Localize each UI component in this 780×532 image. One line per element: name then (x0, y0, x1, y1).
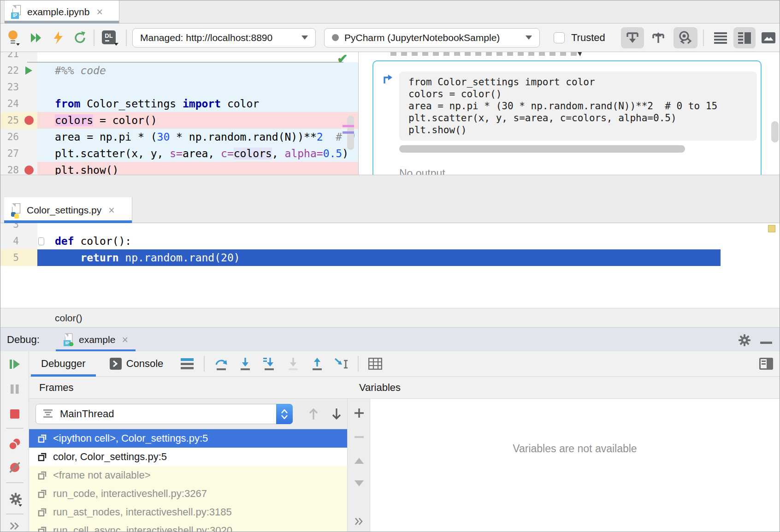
dl-managed-server-icon[interactable]: DL (100, 29, 120, 47)
debug-left-toolbar (0, 351, 29, 532)
remove-watch-icon[interactable] (354, 432, 365, 443)
breadcrumb[interactable]: color() (0, 308, 780, 327)
thread-selector-stepper[interactable] (276, 404, 293, 424)
tab-example-ipynb[interactable]: IP example.ipynb × (4, 0, 119, 24)
inspection-status-square[interactable] (768, 225, 775, 232)
show-execution-point-icon[interactable] (179, 356, 195, 372)
py-editor[interactable]: 34def color():5 return np.random.rand(20… (0, 223, 780, 308)
frame-label: <frame not available> (53, 469, 151, 481)
notebook-preview-pane[interactable]: from Color_settings import colorcolors =… (359, 52, 780, 175)
editor-line-26[interactable]: 26area = np.pi * (30 * np.random.rand(N)… (0, 129, 358, 145)
gutter-line-5[interactable]: 5 (0, 249, 37, 266)
settings-gear-icon[interactable] (8, 492, 21, 505)
rerun-highlighted-icon[interactable] (50, 29, 66, 47)
next-frame-arrow-icon[interactable] (331, 407, 343, 423)
frame-row[interactable]: run_code, interactiveshell.py:3267 (29, 485, 347, 503)
previous-frame-arrow-icon[interactable] (307, 407, 319, 423)
editor-line-27[interactable]: 27plt.scatter(x, y, s=area, c=colors, al… (0, 145, 358, 162)
frame-row[interactable]: <ipython cell>, Color_settings.py:5 (29, 429, 347, 448)
gutter-line-26[interactable]: 26 (0, 129, 37, 145)
pycharm-window: IP example.ipynb × DL Managed: http://lo… (0, 0, 780, 532)
gutter-line-21[interactable]: 21 (0, 52, 37, 62)
frame-row[interactable]: <frame not available> (29, 466, 347, 485)
stack-frame-icon (37, 507, 47, 517)
step-over-icon[interactable] (213, 356, 229, 372)
run-cell-icon[interactable] (25, 66, 32, 75)
stop-icon[interactable] (8, 408, 21, 420)
preview-only-layout-icon[interactable] (757, 27, 780, 48)
split-layout-icon[interactable] (733, 27, 756, 48)
cell-horizontal-scrollbar[interactable] (399, 145, 685, 153)
kernel-dropdown[interactable]: PyCharm (JupyterNotebookSample) (324, 28, 540, 47)
notebook-cell-code[interactable]: from Color_settings import colorcolors =… (399, 71, 757, 141)
fold-marker-icon[interactable] (38, 237, 44, 245)
resume-icon[interactable] (8, 358, 21, 371)
close-tab-icon[interactable]: × (96, 7, 102, 18)
gutter-line-27[interactable]: 27 (0, 145, 37, 162)
gutter-line-22[interactable]: 22 (0, 62, 37, 79)
editor-line-5[interactable]: 5 return np.random.rand(20) (0, 249, 780, 266)
force-step-into-icon[interactable] (261, 356, 277, 372)
restart-kernel-icon[interactable] (72, 29, 88, 47)
move-up-icon[interactable] (354, 455, 365, 467)
more-chevrons-icon[interactable] (8, 521, 21, 532)
gutter-line-25[interactable]: 25 (0, 112, 37, 129)
editor-only-layout-icon[interactable] (709, 27, 732, 48)
breakpoint-icon[interactable] (24, 116, 34, 125)
gutter-line-4[interactable]: 4 (0, 233, 37, 249)
editor-line-28[interactable]: 28plt.show() (0, 162, 358, 175)
step-into-icon[interactable] (237, 356, 253, 372)
layout-settings-icon[interactable] (758, 356, 774, 372)
frame-row[interactable]: run_cell_async, interactiveshell.py:3020 (29, 521, 347, 532)
run-to-cursor-icon[interactable] (333, 356, 349, 372)
gutter-line-24[interactable]: 24 (0, 95, 37, 112)
step-out-block-icon-disabled[interactable] (285, 356, 301, 372)
tab-console[interactable]: Console (98, 351, 176, 377)
minimize-icon[interactable] (760, 338, 772, 346)
run-lightbulb-icon[interactable] (6, 29, 22, 47)
frames-list: <ipython cell>, Color_settings.py:5color… (29, 429, 347, 532)
close-session-icon[interactable]: × (122, 335, 128, 345)
frame-row[interactable]: run_ast_nodes, interactiveshell.py:3185 (29, 503, 347, 521)
close-tab-icon[interactable]: × (108, 205, 114, 216)
frame-row[interactable]: color, Color_settings.py:5 (29, 448, 347, 466)
breakpoint-icon[interactable] (24, 166, 34, 175)
tab-debugger[interactable]: Debugger (29, 351, 98, 377)
step-out-icon[interactable] (309, 356, 325, 372)
gutter-line-23[interactable]: 23 (0, 79, 37, 95)
editor-line-21[interactable]: 21 (0, 52, 358, 62)
notebook-source-editor[interactable]: 2122#%% code2324from Color_settings impo… (0, 52, 359, 175)
scroll-to-source-icon[interactable] (647, 27, 670, 48)
editor-line-22[interactable]: 22#%% code (0, 62, 358, 79)
show-preview-eye-icon[interactable] (674, 27, 697, 48)
code-token: np.random.rand(20) (118, 252, 240, 264)
tab-color-settings-py[interactable]: Color_settings.py × (4, 197, 132, 223)
debug-session-tab[interactable]: IP example × (56, 328, 136, 352)
move-down-icon[interactable] (354, 478, 365, 489)
preview-scrollbar-thumb[interactable] (771, 121, 779, 142)
notebook-selected-cell[interactable]: from Color_settings import colorcolors =… (372, 60, 762, 175)
editor-splitter[interactable] (0, 175, 780, 197)
editor-line-4[interactable]: 4def color(): (0, 233, 780, 249)
view-breakpoints-icon[interactable] (8, 438, 21, 451)
scroll-to-output-icon[interactable] (621, 27, 644, 48)
gutter-line-28[interactable]: 28 (0, 162, 37, 175)
gutter-line-3[interactable]: 3 (0, 223, 37, 233)
tab-label: Color_settings.py (27, 205, 101, 216)
code-token: color(): (74, 235, 132, 247)
run-all-cells-icon[interactable] (28, 29, 44, 47)
editor-line-3[interactable]: 3 (0, 223, 780, 233)
editor-line-25[interactable]: 25colors = color() (0, 112, 358, 129)
variables-table-icon[interactable] (367, 356, 383, 372)
toolbar-separator (358, 356, 359, 372)
settings-gear-icon[interactable] (738, 334, 751, 349)
more-chevrons-icon[interactable] (354, 517, 365, 528)
mute-breakpoints-icon[interactable] (8, 461, 21, 474)
editor-line-24[interactable]: 24from Color_settings import color (0, 95, 358, 112)
add-watch-icon[interactable] (354, 408, 365, 419)
server-dropdown[interactable]: Managed: http://localhost:8890 (132, 28, 316, 47)
thread-selector[interactable]: MainThread (35, 404, 293, 424)
pause-icon[interactable] (8, 383, 21, 396)
editor-line-23[interactable]: 23 (0, 79, 358, 95)
trusted-checkbox[interactable] (554, 32, 565, 43)
